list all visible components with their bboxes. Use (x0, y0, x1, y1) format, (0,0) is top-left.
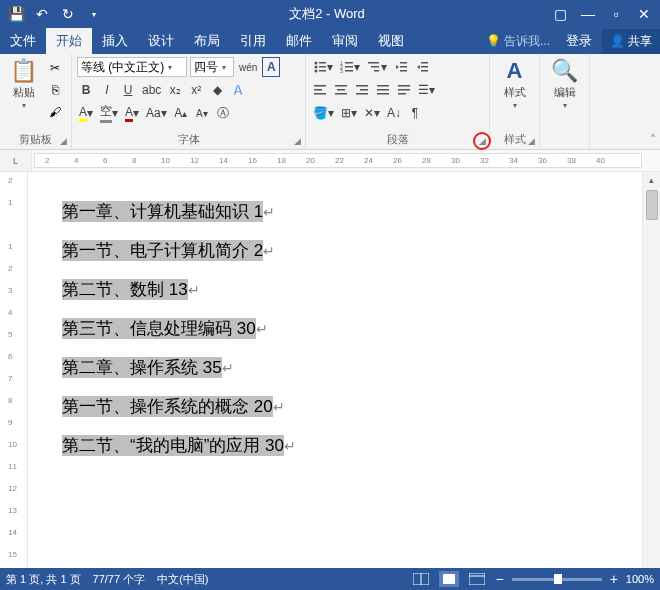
shrink-font-icon[interactable]: A▾ (193, 103, 211, 123)
text-line[interactable]: 第二节、数制 13↵ (62, 278, 612, 301)
tab-design[interactable]: 设计 (138, 28, 184, 54)
asian-layout-icon[interactable]: ✕▾ (362, 103, 382, 123)
print-layout-icon[interactable] (439, 571, 459, 587)
phonetic-guide-icon[interactable]: wén (237, 57, 259, 77)
text-line[interactable]: 第三节、信息处理编码 30↵ (62, 317, 612, 340)
qat-dropdown-icon[interactable]: ▾ (82, 2, 106, 26)
document-page[interactable]: 第一章、计算机基础知识 1↵第一节、电子计算机简介 2↵第二节、数制 13↵第三… (28, 172, 642, 590)
tab-view[interactable]: 视图 (368, 28, 414, 54)
tab-mailings[interactable]: 邮件 (276, 28, 322, 54)
vertical-ruler[interactable]: 211234567891011121314151617 (0, 172, 28, 590)
text-line[interactable]: 第一章、计算机基础知识 1↵ (62, 200, 612, 223)
zoom-slider[interactable] (512, 578, 602, 581)
zoom-slider-thumb[interactable] (554, 574, 562, 584)
selected-text[interactable]: 第一节、电子计算机简介 2 (62, 240, 263, 261)
selected-text[interactable]: 第二节、数制 13 (62, 279, 188, 300)
restore-icon[interactable]: ▫ (604, 2, 628, 26)
format-painter-icon[interactable]: 🖌 (45, 102, 65, 122)
read-mode-icon[interactable] (411, 571, 431, 587)
selected-text[interactable]: 第一节、操作系统的概念 20 (62, 396, 273, 417)
styles-launcher-icon[interactable]: ◢ (525, 135, 537, 147)
highlight-color-icon[interactable]: A▾ (77, 103, 95, 123)
web-layout-icon[interactable] (467, 571, 487, 587)
shading-icon[interactable]: 🪣▾ (311, 103, 336, 123)
zoom-level[interactable]: 100% (626, 573, 654, 585)
align-justify-icon[interactable] (374, 80, 392, 100)
align-center-icon[interactable] (332, 80, 350, 100)
tab-selector-icon[interactable]: L (0, 150, 32, 171)
paragraph-launcher-icon[interactable]: ◢ (473, 132, 491, 150)
tab-insert[interactable]: 插入 (92, 28, 138, 54)
font-name-combo[interactable]: 等线 (中文正文)▾ (77, 57, 187, 77)
change-case-icon[interactable]: Aa▾ (144, 103, 169, 123)
undo-icon[interactable]: ↶ (30, 2, 54, 26)
decrease-indent-icon[interactable] (392, 57, 410, 77)
collapse-ribbon-icon[interactable]: ˄ (650, 133, 656, 147)
zoom-in-button[interactable]: + (610, 571, 618, 587)
borders-icon[interactable]: ⊞▾ (339, 103, 359, 123)
bold-button[interactable]: B (77, 80, 95, 100)
scroll-thumb[interactable] (646, 190, 658, 220)
redo-icon[interactable]: ↻ (56, 2, 80, 26)
clipboard-launcher-icon[interactable]: ◢ (57, 135, 69, 147)
minimize-icon[interactable]: — (576, 2, 600, 26)
login-link[interactable]: 登录 (556, 28, 602, 54)
text-line[interactable]: 第一节、电子计算机简介 2↵ (62, 239, 612, 262)
align-right-icon[interactable] (353, 80, 371, 100)
tab-layout[interactable]: 布局 (184, 28, 230, 54)
selected-text[interactable]: 第一章、计算机基础知识 1 (62, 201, 263, 222)
italic-button[interactable]: I (98, 80, 116, 100)
char-shading-icon[interactable]: 空▾ (98, 103, 120, 123)
character-border-icon[interactable]: A (262, 57, 280, 77)
share-button[interactable]: 👤共享 (602, 29, 660, 54)
cut-icon[interactable]: ✂ (45, 58, 65, 78)
line-spacing-icon[interactable]: ☰▾ (416, 80, 437, 100)
selected-text[interactable]: 第三节、信息处理编码 30 (62, 318, 256, 339)
text-line[interactable]: 第二节、“我的电脑”的应用 30↵ (62, 434, 612, 457)
text-line[interactable]: 第一节、操作系统的概念 20↵ (62, 395, 612, 418)
sort-icon[interactable]: A↓ (385, 103, 403, 123)
multilevel-list-icon[interactable]: ▾ (365, 57, 389, 77)
tab-home[interactable]: 开始 (46, 28, 92, 54)
editing-button[interactable]: 🔍 编辑 ▾ (544, 56, 585, 112)
zoom-out-button[interactable]: − (495, 571, 503, 587)
text-effects-icon[interactable]: A (229, 80, 249, 100)
tab-review[interactable]: 审阅 (322, 28, 368, 54)
selected-text[interactable]: 第二节、“我的电脑”的应用 30 (62, 435, 284, 456)
align-left-icon[interactable] (311, 80, 329, 100)
grow-font-icon[interactable]: A▴ (172, 103, 190, 123)
close-icon[interactable]: ✕ (632, 2, 656, 26)
styles-button[interactable]: A 样式 ▾ (494, 56, 535, 112)
underline-button[interactable]: U (119, 80, 137, 100)
page-number[interactable]: 第 1 页, 共 1 页 (6, 572, 81, 587)
font-color-icon[interactable]: A▾ (123, 103, 141, 123)
tab-references[interactable]: 引用 (230, 28, 276, 54)
subscript-icon[interactable]: x₂ (166, 80, 184, 100)
svg-rect-18 (400, 70, 407, 72)
enclose-char-icon[interactable]: Ⓐ (214, 103, 232, 123)
font-launcher-icon[interactable]: ◢ (291, 135, 303, 147)
word-count[interactable]: 77/77 个字 (93, 572, 146, 587)
chevron-down-icon: ▾ (168, 63, 172, 72)
font-size-combo[interactable]: 四号▾ (190, 57, 234, 77)
vertical-scrollbar[interactable]: ▴ ▾ (642, 172, 660, 590)
tell-me[interactable]: 💡告诉我... (480, 33, 556, 50)
horizontal-ruler[interactable]: L 246810121416182022242628303234363840 (0, 150, 660, 172)
paste-button[interactable]: 📋 粘贴 ▾ (4, 56, 43, 112)
scroll-up-icon[interactable]: ▴ (643, 172, 660, 188)
increase-indent-icon[interactable] (413, 57, 431, 77)
strikethrough-icon[interactable]: abc (140, 80, 163, 100)
copy-icon[interactable]: ⎘ (45, 80, 65, 100)
align-distribute-icon[interactable] (395, 80, 413, 100)
save-icon[interactable]: 💾 (4, 2, 28, 26)
show-marks-icon[interactable]: ¶ (406, 103, 424, 123)
clear-formatting-icon[interactable]: ◆ (208, 80, 226, 100)
tab-file[interactable]: 文件 (0, 28, 46, 54)
numbering-icon[interactable]: 123▾ (338, 57, 362, 77)
ribbon-options-icon[interactable]: ▢ (548, 2, 572, 26)
text-line[interactable]: 第二章、操作系统 35↵ (62, 356, 612, 379)
selected-text[interactable]: 第二章、操作系统 35 (62, 357, 222, 378)
superscript-icon[interactable]: x² (187, 80, 205, 100)
language[interactable]: 中文(中国) (157, 572, 208, 587)
bullets-icon[interactable]: ▾ (311, 57, 335, 77)
